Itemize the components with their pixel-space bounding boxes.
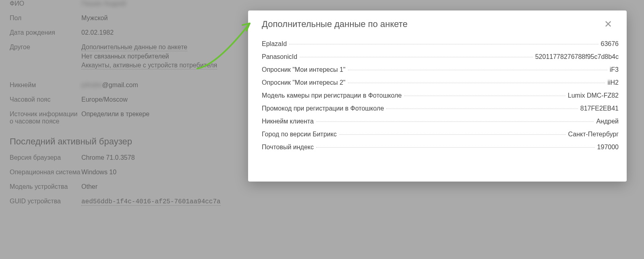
data-value: iiH2 [607, 79, 619, 86]
additional-data-modal: Дополнительные данные по анкете ✕ Eplaza… [248, 10, 627, 182]
dots-divider [404, 96, 565, 96]
modal-body[interactable]: EplazaId63676PanasonicId52011778276788f9… [248, 37, 627, 182]
data-row: Почтовый индекс197000 [262, 144, 619, 151]
data-row: Промокод при регистрации в Фотошколе817F… [262, 105, 619, 112]
dots-divider [348, 70, 607, 70]
data-row: Никнейм клиентаАндрей [262, 118, 619, 125]
close-icon[interactable]: ✕ [601, 18, 615, 31]
data-key: Город по версии Битрикс [262, 131, 337, 138]
data-value: Андрей [596, 118, 619, 125]
data-value: 63676 [601, 40, 619, 48]
data-value: 817FE2EB41 [580, 105, 619, 112]
dots-divider [316, 121, 594, 122]
data-row: Модель камеры при регистрации в Фотошкол… [262, 92, 619, 99]
data-row: Город по версии БитриксСанкт-Петербург [262, 131, 619, 138]
data-value: 52011778276788f95c7d8b4c [535, 53, 619, 61]
data-row: PanasonicId52011778276788f95c7d8b4c [262, 53, 619, 61]
data-key: Опросник "Мои интересы 2" [262, 79, 346, 86]
modal-header: Дополнительные данные по анкете ✕ [248, 10, 627, 37]
dots-divider [300, 57, 533, 57]
data-key: Почтовый индекс [262, 144, 314, 151]
dots-divider [289, 44, 598, 44]
data-row: Опросник "Мои интересы 2"iiH2 [262, 79, 619, 86]
dots-divider [386, 109, 578, 109]
data-row: Опросник "Мои интересы 1"iF3 [262, 66, 619, 73]
data-key: Никнейм клиента [262, 118, 314, 125]
data-row: EplazaId63676 [262, 40, 619, 48]
data-key: EplazaId [262, 40, 287, 48]
dots-divider [348, 83, 605, 83]
modal-title: Дополнительные данные по анкете [262, 19, 408, 29]
data-value: iF3 [610, 66, 619, 73]
data-key: Опросник "Мои интересы 1" [262, 66, 346, 73]
data-value: 197000 [597, 144, 619, 151]
dots-divider [316, 147, 595, 148]
dots-divider [339, 134, 566, 135]
data-key: Промокод при регистрации в Фотошколе [262, 105, 384, 112]
data-key: Модель камеры при регистрации в Фотошкол… [262, 92, 402, 99]
data-value: Lumix DMC-FZ82 [568, 92, 619, 99]
data-key: PanasonicId [262, 53, 297, 61]
data-value: Санкт-Петербург [568, 131, 619, 138]
